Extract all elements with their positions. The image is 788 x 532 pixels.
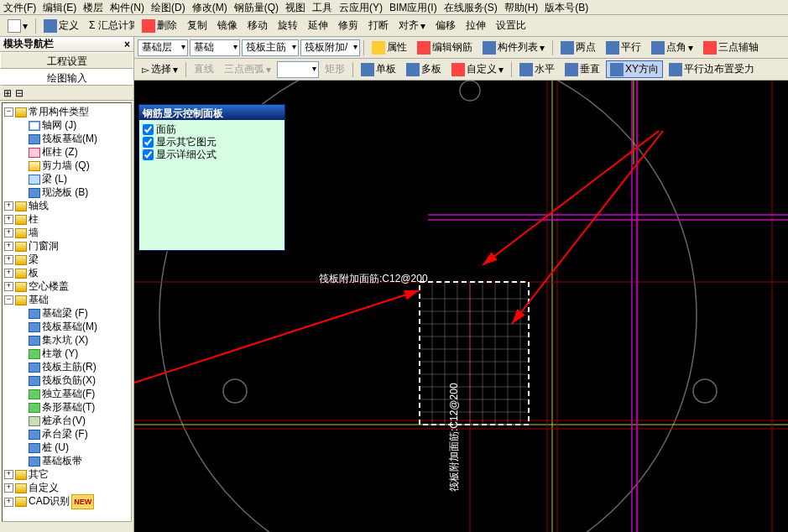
xy-direction-button[interactable]: XY方向	[606, 60, 663, 78]
set-scale-button[interactable]: 设置比	[492, 17, 530, 34]
define-button[interactable]: 定义	[39, 17, 83, 34]
vertical-button[interactable]: 垂直	[561, 60, 604, 78]
tree-cat-custom[interactable]: 自定义	[4, 481, 129, 494]
menu-bim[interactable]: BIM应用(I)	[386, 0, 441, 14]
tab-project-settings[interactable]: 工程设置	[0, 52, 133, 69]
tree-cat-beam[interactable]: 梁	[4, 253, 129, 266]
menu-floor[interactable]: 楼层	[80, 0, 107, 14]
tree-item-sump[interactable]: 集水坑 (X)	[18, 333, 129, 347]
line-button[interactable]: 直线	[190, 60, 218, 78]
offset-button[interactable]: 偏移	[431, 17, 460, 34]
item-label: 框柱 (Z)	[42, 146, 78, 158]
tree-item-strip-foundation[interactable]: 条形基础(T)	[18, 400, 129, 414]
menu-help[interactable]: 帮助(H)	[501, 0, 542, 14]
menu-view[interactable]: 视图	[282, 0, 309, 14]
menu-tools[interactable]: 工具	[309, 0, 336, 14]
point-angle-button[interactable]: 点角▾	[647, 39, 697, 56]
tri-aux-button[interactable]: 三点辅轴	[699, 39, 763, 56]
edit-steel-button[interactable]: 编辑钢筋	[413, 39, 477, 56]
break-button[interactable]: 打断	[364, 17, 393, 34]
tree-item-foundation-beam[interactable]: 基础梁 (F)	[18, 306, 129, 320]
arc-label: 三点画弧	[224, 62, 264, 76]
tree-item-raft-base[interactable]: 筏板基础(M)	[18, 320, 129, 333]
attach-dropdown[interactable]: 筏板附加/	[300, 39, 360, 56]
trim-button[interactable]: 修剪	[334, 17, 363, 34]
tab-draw-input[interactable]: 绘图输入	[0, 69, 133, 86]
tree-cat-hollow[interactable]: 空心楼盖	[4, 279, 129, 293]
chk-show-formula[interactable]: 显示详细公式	[143, 149, 281, 161]
floor-dropdown[interactable]: 基础层	[138, 39, 188, 56]
sidebar-close-icon[interactable]: ×	[124, 39, 130, 50]
chk-show-other[interactable]: 显示其它图元	[143, 136, 281, 149]
component-list-button[interactable]: 构件列表▾	[478, 39, 549, 56]
select-button[interactable]: ▻选择▾	[138, 60, 182, 78]
tree-item-raft-main-rebar[interactable]: 筏板主筋(R)	[18, 360, 129, 373]
menu-component[interactable]: 构件(N)	[107, 0, 148, 14]
expand-icon[interactable]: ⊞	[3, 87, 12, 98]
tree-item-cap-beam[interactable]: 承台梁 (F)	[18, 427, 129, 441]
tree-item-foundation-strip[interactable]: 基础板带	[18, 454, 129, 467]
multi-board-button[interactable]: 多板	[402, 60, 446, 78]
menu-steel-qty[interactable]: 钢筋量(Q)	[231, 0, 282, 14]
menu-file[interactable]: 文件(F)	[0, 0, 39, 14]
arc3-button[interactable]: 三点画弧▾	[220, 60, 275, 78]
tree-item-column-pier[interactable]: 柱墩 (Y)	[18, 347, 129, 360]
tree-cat-cad[interactable]: CAD识别NEW	[4, 494, 129, 509]
component-tree[interactable]: 常用构件类型 轴网 (J) 筏板基础(M) 框柱 (Z) 剪力墙 (Q) 梁 (…	[2, 102, 132, 522]
menu-draw[interactable]: 绘图(D)	[148, 0, 189, 14]
chk1-input[interactable]	[143, 124, 154, 135]
property-button[interactable]: 属性	[368, 39, 411, 56]
tree-item-pile-cap[interactable]: 桩承台(V)	[18, 414, 129, 427]
tree-item-raft-foundation[interactable]: 筏板基础(M)	[18, 132, 129, 145]
parallel-button[interactable]: 平行	[602, 39, 645, 56]
tree-item-beam[interactable]: 梁 (L)	[18, 172, 129, 185]
chk2-input[interactable]	[143, 137, 154, 148]
stretch-button[interactable]: 拉伸	[462, 17, 490, 34]
rebar-type-dropdown[interactable]: 筏板主筋	[242, 39, 299, 56]
new-badge: NEW	[71, 494, 94, 509]
tree-cat-slab[interactable]: 板	[4, 266, 129, 279]
panel-title[interactable]: 钢筋显示控制面板	[139, 105, 284, 120]
tree-item-frame-column[interactable]: 框柱 (Z)	[18, 145, 129, 159]
tree-cat-door-window[interactable]: 门窗洞	[4, 239, 129, 253]
tree-item-cast-slab[interactable]: 现浇板 (B)	[18, 185, 129, 199]
menu-version[interactable]: 版本号(B)	[541, 0, 592, 14]
rect-button[interactable]: 矩形	[321, 60, 349, 78]
custom-button[interactable]: 自定义▾	[447, 60, 508, 78]
tree-item-pile[interactable]: 桩 (U)	[18, 441, 129, 454]
edge-layout-button[interactable]: 平行边布置受力	[665, 60, 759, 78]
delete-button[interactable]: 删除	[138, 17, 181, 34]
steel-display-panel[interactable]: 钢筋显示控制面板 面筋 显示其它图元 显示详细公式	[138, 104, 285, 251]
two-point-button[interactable]: 两点	[556, 39, 600, 56]
extend-button[interactable]: 延伸	[304, 17, 332, 34]
shape-dropdown[interactable]	[277, 61, 319, 78]
mirror-button[interactable]: 镜像	[213, 17, 242, 34]
tree-cat-axis[interactable]: 轴线	[4, 199, 129, 212]
tree-cat-column[interactable]: 柱	[4, 212, 129, 226]
chk3-input[interactable]	[143, 149, 154, 160]
move-button[interactable]: 移动	[243, 17, 272, 34]
tree-cat-other[interactable]: 其它	[4, 467, 129, 481]
tree-cat-wall[interactable]: 墙	[4, 226, 129, 239]
collapse-icon[interactable]: ⊟	[15, 87, 23, 98]
horizontal-button[interactable]: 水平	[515, 60, 559, 78]
tree-item-axis-grid[interactable]: 轴网 (J)	[18, 118, 129, 132]
tree-item-shear-wall[interactable]: 剪力墙 (Q)	[18, 159, 129, 172]
menu-cloud[interactable]: 云应用(Y)	[336, 0, 386, 14]
tree-item-iso-foundation[interactable]: 独立基础(F)	[18, 387, 129, 400]
menu-modify[interactable]: 修改(M)	[189, 0, 231, 14]
menu-online[interactable]: 在线服务(S)	[441, 0, 501, 14]
new-button[interactable]: ▾	[3, 18, 32, 34]
copy-button[interactable]: 复制	[183, 17, 211, 34]
align-button[interactable]: 对齐▾	[394, 17, 430, 34]
single-board-button[interactable]: 单板	[357, 60, 400, 78]
tree-cat-foundation[interactable]: 基础 基础梁 (F) 筏板基础(M) 集水坑 (X) 柱墩 (Y) 筏板主筋(R…	[4, 293, 129, 467]
chk-face-rebar[interactable]: 面筋	[143, 123, 281, 136]
tree-root[interactable]: 常用构件类型 轴网 (J) 筏板基础(M) 框柱 (Z) 剪力墙 (Q) 梁 (…	[4, 105, 129, 199]
category-dropdown[interactable]: 基础	[190, 39, 240, 56]
horiz-icon	[519, 63, 533, 76]
rotate-button[interactable]: 旋转	[274, 17, 302, 34]
item-label: 梁 (L)	[42, 173, 67, 185]
menu-edit[interactable]: 编辑(E)	[39, 0, 80, 14]
tree-item-raft-neg-rebar[interactable]: 筏板负筋(X)	[18, 373, 129, 387]
